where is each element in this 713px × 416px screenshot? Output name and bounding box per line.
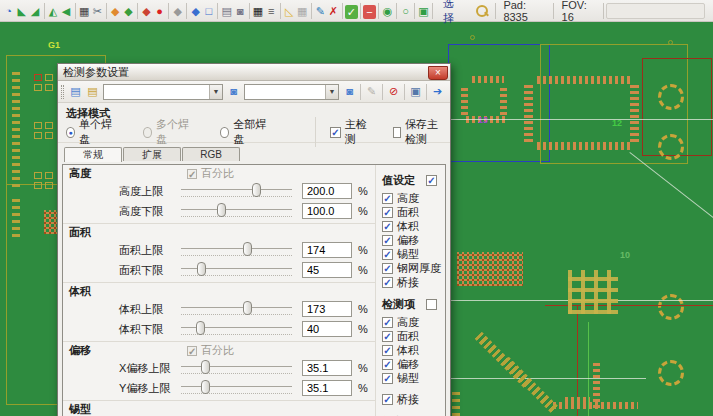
ruler-icon[interactable]: ◺ — [283, 2, 296, 20]
close-button[interactable]: × — [428, 66, 448, 80]
volume-upper-slider[interactable] — [181, 300, 292, 318]
area-upper-slider[interactable] — [181, 241, 292, 259]
polygon-draw-icon[interactable]: ◣ — [15, 2, 28, 20]
circle-dot-icon[interactable]: ◉ — [381, 2, 394, 20]
slider-thumb[interactable] — [201, 360, 210, 374]
vs-offset-checkbox[interactable]: ✓ — [382, 235, 393, 246]
save-main-detect-checkbox[interactable] — [393, 127, 401, 138]
cancel-icon[interactable]: ⊘ — [385, 83, 402, 100]
slider-thumb[interactable] — [201, 380, 210, 394]
polygon-edit-icon[interactable]: ◢ — [28, 2, 41, 20]
grid-icon[interactable]: ▦ — [251, 2, 264, 20]
toolbar-separator — [495, 3, 496, 19]
main-detect-checkbox[interactable]: ✓ — [330, 127, 340, 138]
slider-thumb[interactable] — [197, 262, 206, 276]
mesh-icon[interactable]: ▦ — [296, 2, 309, 20]
pin-green-icon[interactable]: ◆ — [122, 2, 135, 20]
delete-icon[interactable]: ✗ — [327, 2, 340, 20]
load-params-icon[interactable]: ▤ — [67, 83, 84, 100]
check-box-icon[interactable]: ✓ — [345, 5, 358, 19]
vs-stencil-checkbox[interactable]: ✓ — [382, 263, 393, 274]
camera-icon[interactable]: ◙ — [233, 2, 246, 20]
tab-rgb[interactable]: RGB — [182, 147, 240, 161]
slider-row: X偏移上限 % — [63, 358, 375, 378]
height-percent-checkbox[interactable]: ✓ — [187, 169, 197, 179]
vs-area-checkbox[interactable]: ✓ — [382, 207, 393, 218]
slider-thumb[interactable] — [217, 203, 226, 217]
save-params-icon[interactable]: ▤ — [84, 83, 101, 100]
sort-az-icon[interactable]: ≡ — [265, 2, 278, 20]
chart-edit-icon[interactable]: ✎ — [314, 2, 327, 20]
di-height-checkbox[interactable]: ✓ — [382, 317, 393, 328]
apply-set-icon[interactable]: ◙ — [341, 83, 358, 100]
radio-single-pad[interactable]: ● — [66, 127, 75, 138]
chevron-down-icon[interactable]: ▼ — [209, 85, 222, 99]
chevron-down-icon[interactable]: ▼ — [325, 85, 338, 99]
vs-height-checkbox[interactable]: ✓ — [382, 193, 393, 204]
volume-upper-input[interactable] — [302, 301, 352, 317]
cone-icon[interactable]: ◀ — [60, 2, 73, 20]
di-area-checkbox[interactable]: ✓ — [382, 331, 393, 342]
pin-blue-icon[interactable]: ◆ — [189, 2, 202, 20]
detection-items-title: 检测项 — [382, 297, 426, 312]
tab-extended[interactable]: 扩展 — [123, 147, 181, 161]
circle-icon[interactable]: ○ — [399, 2, 412, 20]
height-upper-input[interactable] — [302, 183, 352, 199]
vs-bridge-checkbox[interactable]: ✓ — [382, 277, 393, 288]
detection-items-all-checkbox[interactable] — [426, 299, 437, 310]
tools-icon[interactable]: ✂ — [91, 2, 104, 20]
slider-thumb[interactable] — [243, 301, 252, 315]
image-icon[interactable]: ▦ — [78, 2, 91, 20]
vs-volume-checkbox[interactable]: ✓ — [382, 221, 393, 232]
value-setting-all-checkbox[interactable]: ✓ — [426, 175, 437, 186]
exit-icon[interactable]: ➔ — [429, 83, 446, 100]
param-set-combobox[interactable]: ▼ — [244, 84, 339, 100]
magnifier-icon[interactable] — [475, 4, 487, 18]
y-offset-upper-slider[interactable] — [181, 379, 292, 397]
offset-percent-checkbox[interactable]: ✓ — [187, 346, 197, 356]
select-mode-button[interactable]: 选择 — [443, 0, 461, 26]
building-icon[interactable]: ▤ — [220, 2, 233, 20]
edit-icon[interactable]: ✎ — [363, 83, 380, 100]
area-lower-slider[interactable] — [181, 261, 292, 279]
tab-general[interactable]: 常规 — [64, 147, 122, 162]
slider-thumb[interactable] — [243, 242, 252, 256]
save-icon[interactable]: ▣ — [407, 83, 424, 100]
di-offset-checkbox[interactable]: ✓ — [382, 359, 393, 370]
rect-select-icon[interactable]: □ — [202, 2, 215, 20]
pin-gray-icon[interactable]: ◆ — [171, 2, 184, 20]
param-group-combobox[interactable]: ▼ — [103, 84, 223, 100]
vs-solder-shape-checkbox[interactable]: ✓ — [382, 249, 393, 260]
x-offset-upper-input[interactable] — [302, 360, 352, 376]
area-lower-input[interactable] — [302, 262, 352, 278]
pad-row — [565, 397, 590, 404]
apply-group-icon[interactable]: ◙ — [225, 83, 242, 100]
di-bridge-checkbox[interactable]: ✓ — [382, 394, 393, 405]
flip-icon[interactable]: ◭ — [46, 2, 59, 20]
pin-red-icon[interactable]: ◆ — [140, 2, 153, 20]
map-pin-icon[interactable]: ● — [153, 2, 166, 20]
minus-box-icon[interactable]: − — [363, 5, 376, 19]
slider-thumb[interactable] — [252, 183, 261, 197]
di-volume-checkbox[interactable]: ✓ — [382, 345, 393, 356]
volume-lower-input[interactable] — [302, 321, 352, 337]
pin-orange-icon[interactable]: ◆ — [109, 2, 122, 20]
radio-all-pads[interactable] — [220, 127, 229, 138]
height-upper-slider[interactable] — [181, 182, 292, 200]
slider-thumb[interactable] — [196, 321, 205, 335]
height-lower-input[interactable] — [302, 203, 352, 219]
volume-lower-slider[interactable] — [181, 320, 292, 338]
di-solder-shape-label: 锡型 — [397, 371, 419, 386]
curve-icon[interactable]: ◔ — [2, 2, 15, 20]
radio-multi-pad[interactable] — [143, 127, 152, 138]
radio-all-pads-label: 全部焊盘 — [233, 117, 267, 147]
slider-row: 体积上限 % — [63, 299, 375, 319]
x-offset-upper-slider[interactable] — [181, 359, 292, 377]
dialog-titlebar[interactable]: 检测参数设置 × — [58, 64, 450, 81]
area-upper-input[interactable] — [302, 242, 352, 258]
square-icon[interactable]: ▣ — [417, 2, 430, 20]
fov-readout: FOV: 16 — [562, 0, 595, 23]
height-lower-slider[interactable] — [181, 202, 292, 220]
y-offset-upper-input[interactable] — [302, 380, 352, 396]
di-solder-shape-checkbox[interactable]: ✓ — [382, 373, 393, 384]
